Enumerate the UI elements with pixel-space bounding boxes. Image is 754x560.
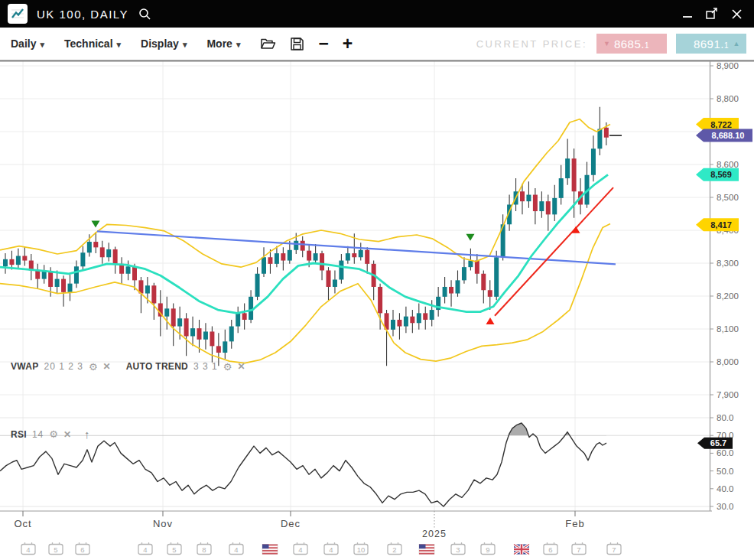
chart-area: 8,9008,8008,7008,6008,5008,4008,3008,200… xyxy=(0,60,754,560)
svg-text:8,900: 8,900 xyxy=(717,61,739,70)
svg-text:8,100: 8,100 xyxy=(717,324,739,334)
svg-text:8,722: 8,722 xyxy=(710,120,732,129)
price-chart-canvas[interactable]: 8,9008,8008,7008,6008,5008,4008,3008,200… xyxy=(0,60,754,560)
svg-text:6: 6 xyxy=(548,545,552,554)
close-icon[interactable]: ✕ xyxy=(103,362,111,371)
economic-calendar-row[interactable]: 45645844410239677 xyxy=(21,542,621,555)
search-icon[interactable] xyxy=(138,7,151,21)
calendar-day-icon: 4 xyxy=(21,542,35,555)
close-icon[interactable] xyxy=(726,4,746,24)
gear-icon[interactable]: ⚙ xyxy=(89,362,98,372)
svg-text:Nov: Nov xyxy=(153,518,173,529)
calendar-day-icon: 6 xyxy=(76,542,89,555)
close-icon[interactable]: ✕ xyxy=(63,430,71,439)
svg-text:7,900: 7,900 xyxy=(717,390,739,399)
calendar-day-icon: 5 xyxy=(49,542,63,555)
app-logo-icon xyxy=(8,4,28,24)
calendar-day-icon: 7 xyxy=(572,542,586,555)
svg-text:4: 4 xyxy=(298,545,302,554)
autotrend-indicator-params: 3 3 1 xyxy=(193,361,218,372)
current-price-label: CURRENT PRICE: xyxy=(476,38,587,50)
chevron-down-icon: ▾ xyxy=(117,40,122,50)
menu-more-label: More xyxy=(206,37,232,50)
svg-text:4: 4 xyxy=(26,545,30,554)
svg-text:50.0: 50.0 xyxy=(717,467,733,476)
svg-text:4: 4 xyxy=(143,545,147,554)
svg-text:2: 2 xyxy=(392,545,396,554)
svg-text:5: 5 xyxy=(172,545,176,554)
chevron-down-icon: ▾ xyxy=(236,40,241,50)
save-icon[interactable] xyxy=(290,37,304,51)
zoom-in-icon[interactable]: + xyxy=(343,35,353,53)
svg-text:8,417: 8,417 xyxy=(710,220,732,230)
minimize-icon[interactable] xyxy=(678,4,697,24)
menu-technical[interactable]: Technical ▾ xyxy=(64,37,121,50)
calendar-day-icon: 4 xyxy=(324,542,338,555)
svg-text:8,000: 8,000 xyxy=(717,357,739,366)
svg-text:10: 10 xyxy=(357,545,366,554)
autotrend-indicator-label: AUTO TREND xyxy=(126,361,188,372)
menu-more[interactable]: More ▾ xyxy=(206,37,240,50)
title-bar: UK 100, DAILY xyxy=(0,0,754,28)
svg-text:8: 8 xyxy=(202,545,206,554)
menu-technical-label: Technical xyxy=(64,37,113,50)
menu-display-label: Display xyxy=(141,37,179,50)
svg-text:8,569: 8,569 xyxy=(710,170,732,179)
rsi-indicator-row: RSI 14 ⚙ ✕ ↑ xyxy=(11,428,89,441)
svg-text:65.7: 65.7 xyxy=(710,438,726,448)
price-up-icon: ▲ xyxy=(733,40,740,47)
svg-text:Feb: Feb xyxy=(565,518,584,529)
price-down-icon: ▼ xyxy=(603,40,610,47)
svg-text:8,500: 8,500 xyxy=(717,193,739,202)
move-up-icon[interactable]: ↑ xyxy=(84,428,90,441)
menu-timeframe[interactable]: Daily ▾ xyxy=(11,37,44,50)
gear-icon[interactable]: ⚙ xyxy=(49,429,58,439)
close-icon[interactable]: ✕ xyxy=(237,362,245,371)
calendar-day-icon: 4 xyxy=(294,542,307,555)
calendar-day-icon: 8 xyxy=(197,542,211,555)
vwap-indicator-params: 20 1 2 3 xyxy=(44,361,83,372)
vwap-indicator-label: VWAP xyxy=(11,361,39,372)
sell-signal-icon xyxy=(92,221,100,228)
us-flag-icon xyxy=(419,545,434,555)
svg-text:2025: 2025 xyxy=(422,529,447,539)
gear-icon[interactable]: ⚙ xyxy=(223,362,232,372)
svg-text:8,600: 8,600 xyxy=(717,160,739,169)
calendar-day-icon: 2 xyxy=(388,542,401,555)
calendar-day-icon: 5 xyxy=(167,542,181,555)
svg-text:4: 4 xyxy=(234,545,238,554)
us-flag-icon xyxy=(262,545,278,555)
calendar-day-icon: 4 xyxy=(229,542,243,555)
uk-flag-icon xyxy=(514,545,529,555)
svg-text:60.0: 60.0 xyxy=(717,448,733,457)
menu-display[interactable]: Display ▾ xyxy=(141,37,187,50)
sell-price-value: 8685. xyxy=(614,37,645,50)
indicator-lines xyxy=(0,119,616,363)
buy-signal-icon xyxy=(572,226,580,233)
svg-text:40.0: 40.0 xyxy=(717,484,733,493)
svg-text:6: 6 xyxy=(80,545,84,554)
sell-signal-icon xyxy=(466,234,475,241)
svg-text:7: 7 xyxy=(577,545,580,554)
candlestick-series xyxy=(3,107,609,366)
svg-text:8,688.10: 8,688.10 xyxy=(712,131,745,140)
svg-text:4: 4 xyxy=(329,545,333,554)
svg-text:Dec: Dec xyxy=(281,518,301,529)
chevron-down-icon: ▾ xyxy=(183,40,187,50)
folder-open-icon[interactable] xyxy=(260,37,276,50)
svg-text:3: 3 xyxy=(456,545,460,554)
rsi-indicator-params: 14 xyxy=(32,429,44,440)
calendar-day-icon: 4 xyxy=(138,542,152,555)
calendar-day-icon: 7 xyxy=(607,542,621,555)
buy-signal-icon xyxy=(486,317,495,324)
calendar-day-icon: 3 xyxy=(451,542,465,555)
symbol-title: UK 100, DAILY xyxy=(37,8,128,21)
svg-text:8,300: 8,300 xyxy=(717,259,739,268)
chevron-down-icon: ▾ xyxy=(40,40,44,50)
popout-icon[interactable] xyxy=(702,4,722,24)
svg-text:Oct: Oct xyxy=(14,518,31,529)
current-price-panel: CURRENT PRICE: ▼ 8685.1 8691.1 ▲ xyxy=(476,34,748,54)
zoom-out-icon[interactable]: − xyxy=(318,35,328,53)
svg-text:8,200: 8,200 xyxy=(717,291,739,301)
svg-text:5: 5 xyxy=(54,545,57,554)
